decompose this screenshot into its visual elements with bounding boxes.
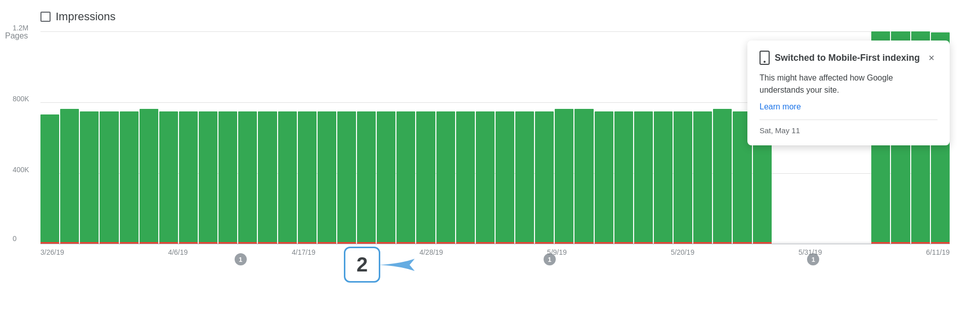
bar-green <box>654 111 673 242</box>
bar-stack <box>416 31 435 244</box>
bar-green <box>337 111 356 242</box>
bar-stack <box>40 31 59 244</box>
bar-group <box>199 31 217 244</box>
bar-group <box>377 31 395 244</box>
bar-green <box>278 111 297 242</box>
bar-stack <box>298 31 317 244</box>
bar-stack <box>476 31 495 244</box>
bar-group <box>574 31 593 244</box>
bar-stack <box>80 31 99 244</box>
bar-group <box>555 31 573 244</box>
bar-green <box>60 109 79 242</box>
bar-group <box>218 31 237 244</box>
bar-stack <box>574 31 593 244</box>
bar-stack <box>100 31 118 244</box>
bar-green <box>614 111 633 242</box>
bar-stack <box>515 31 534 244</box>
x-label-0: 3/26/19 <box>40 248 64 256</box>
bar-group <box>60 31 79 244</box>
learn-more-link[interactable]: Learn more <box>760 102 938 111</box>
y-tick-label-400k: 400K <box>13 166 29 174</box>
bar-green <box>120 111 139 242</box>
legend-checkbox[interactable] <box>40 12 51 22</box>
bar-stack <box>693 31 712 244</box>
bar-green <box>100 111 118 242</box>
x-labels: 3/26/19 4/6/19 4/17/19 4/28/19 5/9/19 5/… <box>40 248 950 256</box>
bar-group <box>634 31 653 244</box>
bar-stack <box>60 31 79 244</box>
bar-stack <box>357 31 376 244</box>
bar-green <box>159 111 178 242</box>
x-label-7: 6/11/19 <box>926 248 950 256</box>
bar-group <box>496 31 514 244</box>
x-label-1: 4/6/19 <box>168 248 188 256</box>
bar-green <box>535 111 554 242</box>
bar-group <box>140 31 158 244</box>
y-axis-label: Pages <box>5 31 28 41</box>
bar-stack <box>674 31 692 244</box>
bar-stack <box>337 31 356 244</box>
bar-group <box>614 31 633 244</box>
tooltip-body: This might have affected how Google unde… <box>760 72 938 96</box>
bar-stack <box>456 31 475 244</box>
baseline <box>40 244 950 244</box>
bar-group <box>654 31 673 244</box>
bar-group <box>535 31 554 244</box>
bar-stack <box>595 31 613 244</box>
bar-group <box>298 31 317 244</box>
bar-green <box>80 111 99 242</box>
bar-stack <box>634 31 653 244</box>
callout-number: 2 <box>344 247 380 283</box>
bar-green <box>496 111 514 242</box>
bar-green <box>357 111 376 242</box>
x-axis: 3/26/19 4/6/19 4/17/19 4/28/19 5/9/19 5/… <box>40 248 950 263</box>
bar-green <box>595 111 613 242</box>
callout-bubble: 2 <box>344 247 380 283</box>
bar-green <box>238 111 257 242</box>
bar-green <box>713 109 732 242</box>
bar-green <box>40 114 59 242</box>
bar-green <box>318 111 336 242</box>
bar-green <box>416 111 435 242</box>
close-icon[interactable]: × <box>925 52 938 64</box>
bar-group <box>713 31 732 244</box>
tooltip-title-row: Switched to Mobile-First indexing <box>760 51 920 65</box>
bar-stack <box>555 31 573 244</box>
bar-green <box>574 109 593 242</box>
bar-stack <box>258 31 277 244</box>
bar-green <box>218 111 237 242</box>
x-label-6: 5/31/19 <box>798 248 822 256</box>
tooltip-popup: Switched to Mobile-First indexing × This… <box>747 41 950 145</box>
bar-group <box>436 31 455 244</box>
bar-green <box>515 111 534 242</box>
mobile-dot <box>764 61 766 63</box>
bar-stack <box>318 31 336 244</box>
x-label-5: 5/20/19 <box>671 248 694 256</box>
bar-group <box>80 31 99 244</box>
bar-green <box>377 111 395 242</box>
bar-green <box>179 111 198 242</box>
bar-stack <box>535 31 554 244</box>
bar-group <box>318 31 336 244</box>
bar-green <box>396 111 415 242</box>
mobile-icon <box>760 51 770 65</box>
bar-group <box>100 31 118 244</box>
bar-stack <box>238 31 257 244</box>
bar-green <box>199 111 217 242</box>
bar-green <box>674 111 692 242</box>
bar-green <box>436 111 455 242</box>
bar-stack <box>436 31 455 244</box>
legend: Impressions <box>40 10 950 23</box>
bar-group <box>476 31 495 244</box>
bar-green <box>258 111 277 242</box>
bar-green <box>456 111 475 242</box>
bar-green <box>555 109 573 242</box>
bar-group <box>40 31 59 244</box>
bar-stack <box>140 31 158 244</box>
y-tick-label-1200k: 1.2M <box>13 24 28 32</box>
bar-stack <box>396 31 415 244</box>
bar-green <box>140 109 158 242</box>
bar-group <box>515 31 534 244</box>
bar-stack <box>377 31 395 244</box>
legend-label: Impressions <box>56 10 116 23</box>
